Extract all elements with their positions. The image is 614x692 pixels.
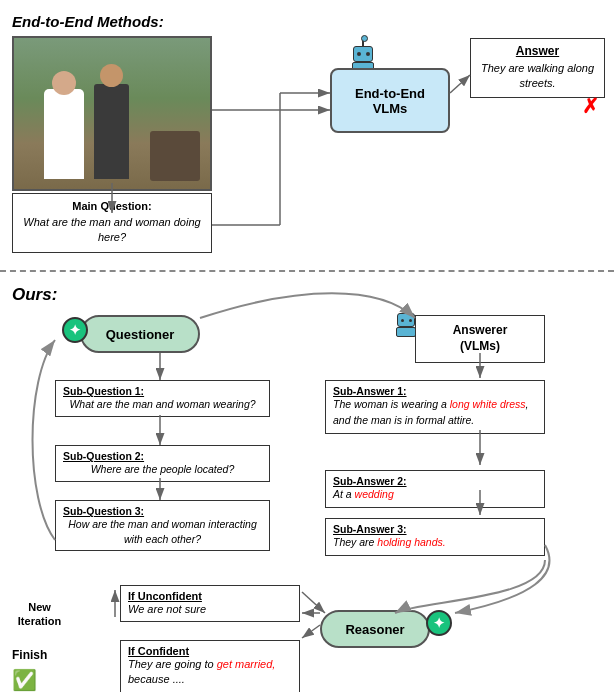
- answer-text: They are walking along streets.: [478, 61, 597, 92]
- unconfident-label: If Unconfident: [128, 590, 292, 602]
- subq1-text: What are the man and woman wearing?: [63, 397, 262, 412]
- subq3-box: Sub-Question 3: How are the man and woma…: [55, 500, 270, 551]
- questioner-label: Questioner: [106, 327, 175, 342]
- suba2-box: Sub-Answer 2: At a wedding: [325, 470, 545, 508]
- scene-image: [12, 36, 212, 191]
- answer-label: Answer: [478, 44, 597, 58]
- subq2-box: Sub-Question 2: Where are the people loc…: [55, 445, 270, 482]
- vlm-box: End-to-EndVLMs: [330, 68, 450, 133]
- divider: [0, 270, 614, 272]
- answer-box-top: Answer They are walking along streets. ✗: [470, 38, 605, 98]
- confident-text: They are going to get married, because .…: [128, 657, 292, 688]
- suba1-box: Sub-Answer 1: The woman is wearing a lon…: [325, 380, 545, 434]
- checkmark-icon: ✅: [12, 668, 37, 692]
- suba2-text: At a wedding: [333, 487, 537, 503]
- diagram-container: End-to-End Methods: Main Question: What …: [0, 0, 614, 692]
- answerer-label: Answerer(VLMs): [453, 323, 508, 354]
- confident-label: If Confident: [128, 645, 292, 657]
- reasoner-label: Reasoner: [345, 622, 404, 637]
- subq2-label: Sub-Question 2:: [63, 450, 262, 462]
- main-question-label: Main Question:: [21, 200, 203, 212]
- main-question-box: Main Question: What are the man and woma…: [12, 193, 212, 253]
- questioner-gpt-icon: ✦: [62, 317, 88, 343]
- top-title: End-to-End Methods:: [12, 13, 164, 30]
- questioner-box: Questioner: [80, 315, 200, 353]
- answerer-robot-icon: [396, 308, 416, 337]
- confident-box: If Confident They are going to get marri…: [120, 640, 300, 692]
- unconfident-text: We are not sure: [128, 602, 292, 617]
- top-section: End-to-End Methods: Main Question: What …: [0, 8, 614, 273]
- subq3-text: How are the man and woman interacting wi…: [63, 517, 262, 546]
- main-question-text: What are the man and woman doing here?: [21, 215, 203, 246]
- reasoner-box: Reasoner: [320, 610, 430, 648]
- vlm-label: End-to-EndVLMs: [355, 86, 425, 116]
- suba1-text: The woman is wearing a long white dress,…: [333, 397, 537, 429]
- suba3-text: They are holding hands.: [333, 535, 537, 551]
- wrong-mark: ✗: [582, 94, 599, 102]
- subq1-box: Sub-Question 1: What are the man and wom…: [55, 380, 270, 417]
- new-iteration-label: New Iteration: [12, 600, 67, 629]
- subq3-label: Sub-Question 3:: [63, 505, 262, 517]
- subq1-label: Sub-Question 1:: [63, 385, 262, 397]
- bottom-section: Ours: ✦ Questioner Answerer(VLMs) Sub-Qu…: [0, 280, 614, 692]
- unconfident-box: If Unconfident We are not sure: [120, 585, 300, 622]
- suba3-label: Sub-Answer 3:: [333, 523, 537, 535]
- suba3-box: Sub-Answer 3: They are holding hands.: [325, 518, 545, 556]
- subq2-text: Where are the people located?: [63, 462, 262, 477]
- suba1-label: Sub-Answer 1:: [333, 385, 537, 397]
- finish-label: Finish: [12, 648, 47, 662]
- answerer-box: Answerer(VLMs): [415, 315, 545, 363]
- reasoner-gpt-icon: ✦: [426, 610, 452, 636]
- suba2-label: Sub-Answer 2:: [333, 475, 537, 487]
- ours-title: Ours:: [12, 285, 57, 305]
